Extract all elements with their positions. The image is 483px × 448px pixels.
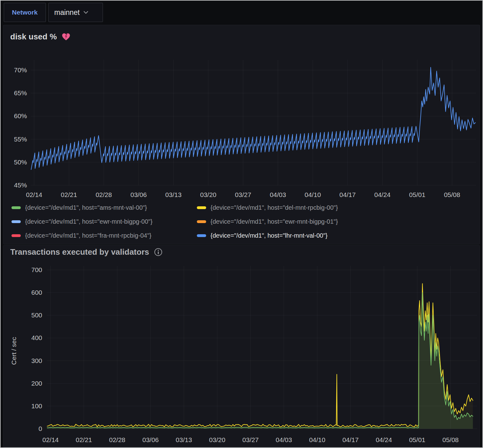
legend-label: {device="/dev/md1", host="ewr-mnt-bigpg-… bbox=[210, 218, 338, 225]
legend-item[interactable]: {device="/dev/md1", host="fra-mnt-rpcbig… bbox=[11, 229, 197, 243]
legend-swatch bbox=[197, 234, 206, 237]
transactions-panel: Transactions executed by validators Cert… bbox=[3, 245, 480, 447]
svg-text:03/20: 03/20 bbox=[209, 436, 225, 443]
svg-text:02/14: 02/14 bbox=[26, 191, 42, 198]
dashboard-variables-bar: Network mainnet bbox=[1, 1, 482, 25]
svg-text:200: 200 bbox=[31, 380, 42, 387]
transactions-chart[interactable]: 010020030040050060070002/1402/2102/2803/… bbox=[3, 245, 480, 448]
svg-text:70%: 70% bbox=[14, 66, 27, 74]
network-variable-value[interactable]: mainnet bbox=[54, 8, 80, 17]
network-variable-label: Network bbox=[12, 9, 38, 16]
svg-text:04/03: 04/03 bbox=[270, 191, 286, 198]
chevron-down-icon bbox=[83, 11, 88, 14]
legend-label: {device="/dev/md1", host="lhr-mnt-val-00… bbox=[210, 232, 327, 239]
legend-label: {device="/dev/md1", host="ams-mnt-val-00… bbox=[25, 204, 147, 211]
svg-text:45%: 45% bbox=[14, 181, 27, 189]
svg-text:03/06: 03/06 bbox=[142, 436, 159, 443]
svg-text:65%: 65% bbox=[14, 89, 27, 96]
svg-text:600: 600 bbox=[31, 289, 42, 296]
svg-text:03/27: 03/27 bbox=[242, 436, 259, 443]
svg-text:700: 700 bbox=[31, 266, 42, 273]
svg-text:100: 100 bbox=[31, 402, 42, 410]
legend-swatch bbox=[11, 206, 21, 209]
legend-swatch bbox=[11, 234, 21, 237]
svg-text:50%: 50% bbox=[14, 159, 27, 166]
legend-swatch bbox=[197, 220, 206, 223]
legend-swatch bbox=[11, 220, 21, 223]
legend-item[interactable]: {device="/dev/md1", host="lhr-mnt-val-00… bbox=[197, 229, 470, 243]
svg-text:05/08: 05/08 bbox=[444, 191, 460, 198]
svg-text:05/01: 05/01 bbox=[409, 191, 426, 198]
svg-text:02/28: 02/28 bbox=[95, 191, 112, 198]
svg-text:02/14: 02/14 bbox=[42, 436, 59, 443]
svg-text:02/28: 02/28 bbox=[109, 436, 126, 443]
legend-label: {device="/dev/md1", host="ewr-mnt-bigpg-… bbox=[25, 218, 153, 225]
svg-text:03/13: 03/13 bbox=[165, 191, 182, 198]
svg-text:55%: 55% bbox=[14, 136, 27, 143]
svg-text:05/08: 05/08 bbox=[442, 436, 459, 443]
svg-text:04/03: 04/03 bbox=[276, 436, 292, 443]
network-variable-dropdown[interactable]: mainnet bbox=[48, 3, 103, 22]
svg-text:03/13: 03/13 bbox=[176, 436, 192, 443]
svg-text:500: 500 bbox=[31, 311, 42, 319]
svg-text:04/10: 04/10 bbox=[309, 436, 326, 443]
legend-item[interactable]: {device="/dev/md1", host="del-mnt-rpcbig… bbox=[197, 201, 470, 215]
disk-chart-legend: {device="/dev/md1", host="ams-mnt-val-00… bbox=[11, 201, 470, 243]
legend-swatch bbox=[197, 206, 206, 209]
legend-item[interactable]: {device="/dev/md1", host="ams-mnt-val-00… bbox=[11, 201, 197, 215]
svg-text:03/27: 03/27 bbox=[235, 191, 251, 198]
svg-text:300: 300 bbox=[31, 357, 42, 364]
svg-text:03/06: 03/06 bbox=[131, 191, 147, 198]
svg-text:04/24: 04/24 bbox=[376, 436, 392, 443]
svg-text:04/10: 04/10 bbox=[305, 191, 321, 198]
svg-text:04/24: 04/24 bbox=[374, 191, 391, 198]
disk-used-panel: disk used % 45%50%55%60%65%70%02/1402/21… bbox=[3, 25, 480, 244]
network-variable-label-box: Network bbox=[4, 3, 46, 22]
svg-text:400: 400 bbox=[31, 334, 42, 341]
legend-item[interactable]: {device="/dev/md1", host="ewr-mnt-bigpg-… bbox=[197, 215, 470, 229]
legend-label: {device="/dev/md1", host="fra-mnt-rpcbig… bbox=[25, 232, 152, 239]
svg-text:02/21: 02/21 bbox=[61, 191, 77, 198]
svg-text:04/17: 04/17 bbox=[342, 436, 359, 443]
grafana-dashboard: { "topbar": { "variable_label": "Network… bbox=[0, 0, 483, 448]
svg-text:03/20: 03/20 bbox=[200, 191, 216, 198]
legend-item[interactable]: {device="/dev/md1", host="ewr-mnt-bigpg-… bbox=[11, 215, 197, 229]
svg-text:05/01: 05/01 bbox=[409, 436, 425, 443]
svg-text:0: 0 bbox=[38, 425, 42, 432]
svg-text:02/21: 02/21 bbox=[76, 436, 92, 443]
svg-text:60%: 60% bbox=[14, 112, 27, 119]
svg-text:04/17: 04/17 bbox=[339, 191, 356, 198]
legend-label: {device="/dev/md1", host="del-mnt-rpcbig… bbox=[210, 204, 338, 211]
